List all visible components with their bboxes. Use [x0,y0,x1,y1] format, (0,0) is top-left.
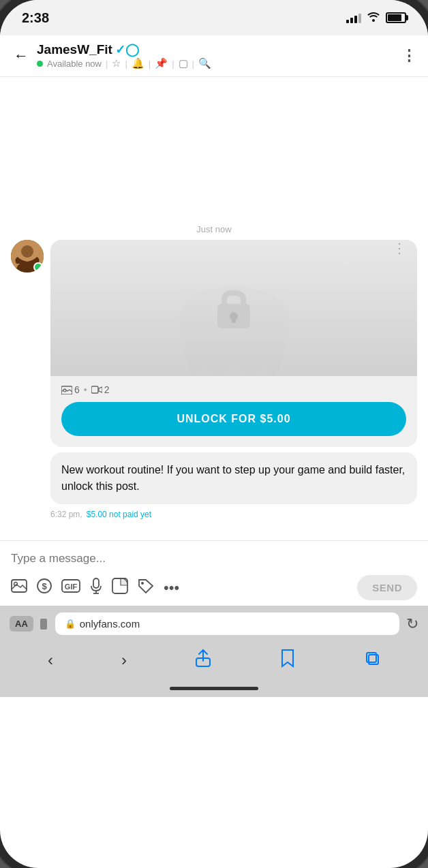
video-count-item: 2 [91,384,110,395]
signal-icon [346,12,361,23]
reload-button[interactable]: ↻ [406,615,418,633]
dollar-icon[interactable]: $ [37,578,52,598]
share-button[interactable] [184,645,222,676]
home-indicator [0,683,428,697]
svg-text:GIF: GIF [65,583,78,591]
video-count: 2 [104,384,110,395]
chat-area: Just now [0,77,428,540]
gif-icon[interactable]: GIF [61,579,80,597]
media-count: 6 • 2 [61,384,406,395]
status-time: 2:38 [22,10,49,26]
ssl-lock-icon: 🔒 [65,619,76,629]
browser-forward-button[interactable]: › [110,647,138,674]
battery-icon [386,12,406,23]
status-text: Available now [47,59,102,69]
sticker-icon[interactable] [112,578,128,598]
more-menu-button[interactable]: ⋮ [401,47,417,65]
search-header-icon[interactable]: 🔍 [198,57,211,69]
back-button[interactable]: ← [11,44,31,67]
verified-icon: ✓◯ [115,42,139,57]
message-wrapper: 6 • 2 UNLOCK FOR $5.00 [11,240,417,507]
divider3: | [149,59,151,69]
mic-icon[interactable] [90,578,102,598]
svg-point-1 [21,245,33,258]
image-attach-icon[interactable] [11,578,27,598]
locked-card: 6 • 2 UNLOCK FOR $5.00 [50,240,417,447]
unlock-inner: 6 • 2 UNLOCK FOR $5.00 [50,376,417,447]
divider2: | [125,59,127,69]
toolbar: $ GIF ••• SEND [11,572,417,600]
time-posted: 6:32 pm, [50,510,82,519]
image-icon[interactable]: ▢ [179,57,188,69]
divider5: | [192,59,194,69]
status-icons [346,11,406,25]
header-name: JamesW_Fit ✓◯ [37,42,211,57]
bullet: • [84,384,87,395]
avatar [11,240,44,273]
browser-back-button[interactable]: ‹ [37,647,64,674]
header-status: Available now | ☆ | 🔔 | 📌 | ▢ | 🔍 [37,57,211,69]
header-info: JamesW_Fit ✓◯ Available now | ☆ | 🔔 | 📌 … [37,42,211,69]
unlock-button[interactable]: UNLOCK FOR $5.00 [61,402,406,436]
avatar-online-dot [33,262,43,272]
home-bar [170,687,258,690]
timestamp: Just now [0,213,428,240]
message-text: New workout routine! If you want to step… [61,464,405,492]
pin-icon[interactable]: 📌 [155,57,168,69]
send-button[interactable]: SEND [357,575,417,600]
tag-icon[interactable] [138,578,154,598]
svg-text:$: $ [42,581,47,591]
svg-rect-15 [93,578,99,588]
price-status: $5.00 not paid yet [87,510,151,519]
header-left: ← JamesW_Fit ✓◯ Available now | ☆ | 🔔 | … [11,42,211,69]
message-meta: 6:32 pm, $5.00 not paid yet [11,510,417,519]
message-content: 6 • 2 UNLOCK FOR $5.00 [50,240,417,507]
chat-spacer [0,77,428,213]
watermark-icon [166,281,302,376]
tabs-button[interactable] [353,646,391,675]
browser-nav-bar: ‹ › [0,640,428,683]
url-bar[interactable]: 🔒 onlyfans.com [55,613,399,635]
reader-icon[interactable] [40,619,47,630]
message-input[interactable] [11,549,417,572]
username-text: JamesW_Fit [37,42,112,57]
status-bar: 2:38 [0,0,428,35]
chat-header: ← JamesW_Fit ✓◯ Available now | ☆ | 🔔 | … [0,35,428,77]
online-dot [37,61,43,67]
bookmarks-button[interactable] [269,645,307,676]
phone-frame: 2:38 ← JamesW_Fit ✓◯ [0,0,428,868]
font-size-button[interactable]: AA [10,616,33,632]
message-text-bubble: New workout routine! If you want to step… [50,452,417,504]
browser-bar: AA 🔒 onlyfans.com ↻ [0,606,428,640]
input-area: $ GIF ••• SEND [0,540,428,606]
svg-point-19 [141,582,144,585]
wifi-icon [367,11,380,25]
more-toolbar-icon[interactable]: ••• [164,579,179,597]
svg-rect-8 [91,386,98,393]
divider1: | [106,59,108,69]
divider4: | [172,59,174,69]
bell-icon[interactable]: 🔔 [132,57,144,69]
message-more-button[interactable]: ⋮ [393,240,406,256]
url-text: onlyfans.com [80,618,140,630]
photo-count-item: 6 [61,384,80,395]
locked-preview [50,240,417,376]
photo-count: 6 [74,384,80,395]
star-icon[interactable]: ☆ [112,57,121,69]
message-area: 6 • 2 UNLOCK FOR $5.00 [0,240,428,533]
